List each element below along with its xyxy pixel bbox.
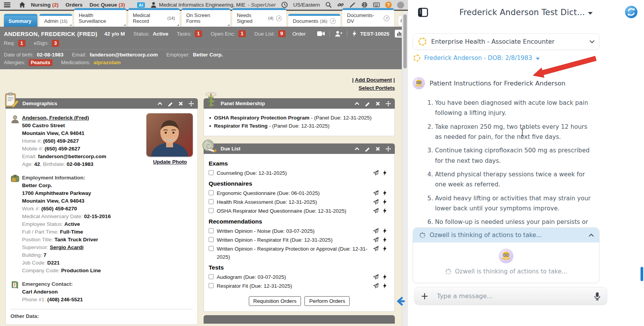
ehr-scrollbar[interactable] — [402, 12, 408, 326]
due-item-checkbox[interactable] — [209, 274, 214, 279]
collapse-panel-button[interactable] — [396, 296, 406, 306]
patient-name[interactable]: ANDERSON, FREDERICK (FRED) — [4, 31, 97, 37]
due-item-checkbox[interactable] — [209, 190, 214, 195]
demographic-row: Age: 42, Birthdate: 02-08-1983 — [22, 160, 150, 168]
move-icon[interactable] — [386, 101, 391, 106]
chat-scrollbar-thumb[interactable] — [641, 267, 643, 281]
globe-icon[interactable] — [361, 2, 368, 8]
add-document-link[interactable]: Add Document — [355, 77, 392, 83]
sidebar-toggle-icon[interactable] — [418, 8, 428, 17]
due-list-count-badge[interactable]: 9 — [278, 30, 285, 37]
esign-count-badge[interactable]: 3 — [52, 40, 59, 47]
send-icon[interactable] — [373, 228, 379, 233]
send-icon[interactable] — [373, 246, 379, 251]
tab[interactable]: Medical Record (14) — [128, 8, 180, 27]
edit-icon[interactable] — [365, 146, 370, 152]
topbar-nav-item[interactable]: Doc Queue(3) — [90, 2, 125, 8]
topbar-nav-item[interactable]: Nursing(2) — [31, 2, 59, 8]
tab[interactable]: Needs Signed (4) ↗ — [232, 8, 286, 27]
perform-orders-button[interactable]: Perform Orders — [304, 296, 350, 306]
close-icon[interactable] — [375, 101, 381, 106]
tab[interactable]: On Screen Forms — [182, 8, 230, 27]
lightning-icon[interactable] — [382, 208, 387, 213]
allergy-badge[interactable]: Peanuts — [29, 59, 53, 66]
send-icon[interactable] — [373, 208, 379, 213]
requisition-orders-button[interactable]: Requisition Orders — [249, 296, 301, 306]
due-item-checkbox[interactable] — [209, 170, 214, 175]
due-item-checkbox[interactable] — [209, 237, 214, 242]
status-label: Status: — [133, 31, 150, 37]
add-person-icon[interactable] — [335, 31, 342, 37]
chat-title-dropdown[interactable]: Frederick Anderson Test Dict... — [459, 8, 593, 17]
employment-row: 1700 Amphitheatre Parkway — [22, 189, 150, 197]
due-item-checkbox[interactable] — [209, 246, 214, 251]
lightning-icon[interactable] — [382, 199, 387, 204]
link-icon[interactable] — [337, 2, 344, 8]
send-icon[interactable] — [373, 237, 379, 242]
wand-icon[interactable] — [349, 2, 356, 8]
move-icon[interactable] — [386, 146, 391, 152]
timezone-label[interactable]: US/Eastern — [293, 2, 320, 8]
help-icon[interactable]: ? — [385, 2, 392, 8]
lightning-icon[interactable] — [382, 190, 387, 195]
current-user[interactable]: Medical Informatics Engineering, MIE - S… — [150, 2, 276, 8]
message-input[interactable] — [437, 292, 585, 300]
due-item-checkbox[interactable] — [209, 283, 214, 288]
send-icon[interactable] — [373, 199, 379, 204]
lightning-icon[interactable] — [382, 246, 387, 251]
search-icon[interactable] — [325, 2, 332, 8]
thinking-card-header[interactable]: Ozwell is thinking of actions to take... — [413, 228, 599, 242]
ozwell-logo-icon[interactable] — [625, 5, 638, 19]
chat-patient-dropdown[interactable]: Frederick Anderson - DOB: 2/8/1983 — [413, 55, 600, 61]
send-icon[interactable] — [373, 170, 379, 175]
keyboard-icon[interactable] — [373, 2, 380, 8]
send-icon[interactable] — [373, 190, 379, 195]
order-link[interactable]: Order — [292, 31, 306, 37]
tab[interactable]: Documents (36) ↗ — [288, 14, 340, 27]
edit-icon[interactable] — [168, 101, 173, 106]
chat-patient-label: Frederick Anderson - DOB: 2/8/1983 — [424, 55, 532, 61]
open-enc-count-badge[interactable]: 1 — [238, 30, 246, 37]
demographic-row: Mountain View, CA 94041 — [22, 130, 150, 137]
move-icon[interactable] — [189, 101, 194, 106]
due-item-checkbox[interactable] — [209, 199, 214, 204]
encounter-card[interactable]: Enterprise Health - Associate Encounter — [413, 33, 600, 50]
topbar-nav-item[interactable]: Orders — [66, 2, 83, 8]
lightning-icon[interactable] — [382, 237, 387, 242]
home-icon[interactable] — [19, 2, 25, 8]
send-icon[interactable] — [373, 283, 379, 288]
clock-icon[interactable] — [281, 2, 288, 8]
close-icon[interactable] — [375, 146, 381, 152]
hamburger-menu-icon[interactable] — [4, 2, 10, 8]
due-item-checkbox[interactable] — [209, 228, 214, 233]
medication-value[interactable]: alprazolam — [93, 60, 121, 65]
attach-plus-button[interactable]: + — [421, 292, 428, 301]
lightning-icon[interactable] — [382, 170, 387, 175]
lightning-icon[interactable] — [382, 274, 387, 279]
tab[interactable]: Health Surveillance — [74, 8, 126, 27]
chart-tabs: Summary Admin (15) Health Surveillance — [4, 8, 394, 27]
tab-count: (15) — [60, 19, 68, 24]
send-icon[interactable] — [373, 274, 379, 279]
avatar[interactable] — [397, 2, 404, 9]
due-item-checkbox[interactable] — [209, 208, 214, 213]
select-portlets-link[interactable]: Select Portlets — [359, 85, 395, 91]
tasks-count-badge[interactable]: 1 — [195, 30, 202, 37]
ai-badge[interactable]: AI — [137, 2, 145, 8]
collapse-icon[interactable] — [157, 101, 163, 106]
close-icon[interactable] — [178, 101, 184, 106]
lightning-icon[interactable] — [382, 283, 387, 288]
req-count-badge[interactable]: 1 — [18, 40, 25, 47]
tab[interactable]: Admin (15) — [39, 14, 72, 27]
ehr-scrollbar-thumb[interactable] — [403, 14, 407, 68]
lightning-icon[interactable] — [352, 31, 357, 37]
lightning-icon[interactable] — [382, 228, 387, 233]
tab[interactable]: Documents-DV ↗ — [342, 8, 394, 27]
collapse-icon[interactable] — [354, 146, 360, 152]
microphone-icon[interactable] — [594, 292, 601, 300]
video-camera-icon[interactable] — [317, 31, 325, 37]
tab-label: Needs Signed — [237, 12, 267, 24]
collapse-icon[interactable] — [354, 101, 360, 106]
edit-icon[interactable] — [365, 101, 370, 106]
tab[interactable]: Summary — [4, 14, 37, 27]
